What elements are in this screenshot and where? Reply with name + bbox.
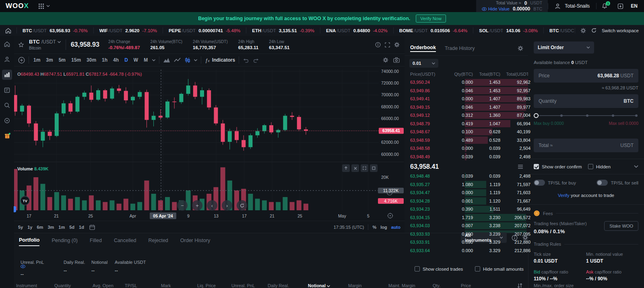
stake-woo-button[interactable]: Stake WOO: [604, 221, 638, 231]
pane-close-icon[interactable]: [351, 164, 359, 172]
woo-x-logo[interactable]: WOOX: [6, 2, 29, 10]
download-app-button[interactable]: [613, 3, 628, 9]
orderbook-row[interactable]: 63,948.480.0390.0392,498: [405, 172, 528, 180]
tpsl-sell-toggle[interactable]: [597, 180, 608, 186]
orderbook-row[interactable]: 63,949.120.3121.36087,004: [405, 111, 528, 120]
timeframe-30m[interactable]: 30m: [86, 57, 97, 63]
tab-rejected[interactable]: Rejected: [148, 238, 168, 246]
timeframe-W[interactable]: W: [133, 57, 139, 63]
scroll-right-button[interactable]: ›: [222, 200, 232, 211]
chart-preferences-gear-icon[interactable]: [383, 57, 388, 63]
timeframe-1m[interactable]: 1m: [33, 57, 41, 63]
switch-workspace-button[interactable]: Switch workspace: [602, 28, 639, 33]
notifications-button[interactable]: 1: [596, 3, 613, 9]
column-notional[interactable]: Notional: [308, 283, 330, 288]
range-5d[interactable]: 5d: [69, 225, 74, 230]
scroll-to-realtime-icon[interactable]: [386, 189, 393, 196]
verify-link[interactable]: Verify: [558, 193, 570, 198]
order-type-select[interactable]: Limit Order: [534, 41, 594, 54]
collapse-chevron-icon[interactable]: [634, 165, 638, 168]
more-timeframes-icon[interactable]: [152, 59, 155, 61]
orderbook-row[interactable]: 63,934.280.0011.12071,667: [405, 197, 528, 205]
info-icon[interactable]: [375, 42, 381, 48]
quantity-input[interactable]: Quantity BTC: [534, 94, 638, 108]
tab-trade-history[interactable]: Trade History: [445, 46, 475, 52]
tab-order-history[interactable]: Order History: [180, 238, 210, 246]
range-1m[interactable]: 1m: [58, 225, 65, 230]
timeframe-D[interactable]: D: [124, 57, 129, 63]
hide-value-toggle[interactable]: Hide Value: [482, 6, 510, 12]
range-3m[interactable]: 3m: [47, 225, 54, 230]
account-menu[interactable]: Total-Snails: [548, 3, 596, 9]
chart-clock[interactable]: 17:35:15 (UTC): [334, 225, 364, 230]
sidebar-item-orders[interactable]: [2, 85, 12, 95]
quantity-slider[interactable]: [534, 115, 638, 116]
timeframe-15m[interactable]: 15m: [70, 57, 82, 63]
chart-type-chevron-icon[interactable]: [194, 59, 197, 61]
pane-maximize-icon[interactable]: [361, 164, 368, 172]
pane-move-up-icon[interactable]: [342, 164, 350, 172]
orderbook-row[interactable]: 63,950.240.0001.45392,962: [405, 78, 528, 87]
sidebar-item-home[interactable]: [2, 39, 12, 49]
drawing-handle[interactable]: [14, 206, 16, 212]
candle-chart-icon[interactable]: [185, 57, 190, 63]
column-sort-icon[interactable]: [517, 283, 522, 288]
tab-portfolio[interactable]: Portfolio: [19, 237, 39, 246]
orderbook-row[interactable]: 63,934.030.0073.238207,072: [405, 222, 528, 230]
ticker-settings-icon[interactable]: [580, 28, 586, 33]
indicators-button[interactable]: ƒx Indicators: [205, 57, 235, 63]
range-5y[interactable]: 5y: [18, 225, 23, 230]
ticker-item[interactable]: WIF/USDT2.9620-7.10%: [93, 27, 163, 33]
sidebar-item-explore[interactable]: [2, 100, 12, 110]
orderbook-row[interactable]: 63,949.150.0461.40789,977: [405, 103, 528, 112]
price-input[interactable]: Price 63,968.28 USDT: [534, 69, 638, 83]
log-scale-button[interactable]: log: [380, 225, 387, 230]
sidebar-item-markets[interactable]: [2, 70, 12, 80]
range-6m[interactable]: 6m: [37, 225, 43, 230]
sidebar-item-rewards[interactable]: [2, 116, 12, 126]
tab-cancelled[interactable]: Cancelled: [114, 238, 136, 246]
ticker-item[interactable]: SOL/USDT143.06-3.08%: [473, 27, 543, 33]
orderbook-row[interactable]: 63,949.860.0461.45392,957: [405, 87, 528, 95]
undo-icon[interactable]: [243, 57, 249, 63]
scroll-left-button[interactable]: ‹: [207, 200, 217, 211]
go-to-date-icon[interactable]: [89, 224, 95, 230]
ticker-item[interactable]: ENA/USDT0.84800-4.02%: [320, 27, 393, 33]
slider-knob[interactable]: [534, 113, 539, 118]
orderbook-row[interactable]: 63,948.790.4191.04766,994: [405, 120, 528, 128]
sidebar-item-gift[interactable]: [2, 131, 12, 141]
expand-icon[interactable]: [385, 42, 390, 48]
ticker-item[interactable]: BTC/USDC63,944.10-0.77%: [543, 27, 575, 33]
percent-scale-button[interactable]: %: [372, 225, 376, 230]
timeframe-M[interactable]: M: [143, 57, 149, 63]
sidebar-item-profile[interactable]: [2, 54, 12, 64]
candlestick-chart[interactable]: 74000.0072000.0070000.0068000.0066000.00…: [14, 66, 405, 221]
hide-small-amounts-checkbox[interactable]: [475, 266, 480, 271]
area-chart-icon[interactable]: [163, 57, 170, 63]
timezone-target-icon[interactable]: [387, 213, 393, 219]
refresh-icon[interactable]: [591, 28, 597, 33]
total-input[interactable]: Total ≈ USDT: [534, 139, 638, 152]
chart-settings-icon[interactable]: [394, 42, 400, 48]
verify-now-button[interactable]: Verify Now: [416, 15, 446, 23]
zoom-out-button[interactable]: −: [177, 200, 188, 211]
pane-restore-icon[interactable]: [370, 164, 378, 172]
tab-orderbook[interactable]: Orderbook: [410, 45, 436, 52]
hidden-checkbox[interactable]: [588, 164, 593, 169]
orderbook-settings-icon[interactable]: [518, 46, 523, 51]
orderbook-row[interactable]: 63,934.470.0001.11971,603: [405, 189, 528, 197]
timeframe-1h[interactable]: 1h: [101, 57, 108, 63]
orderbook-row[interactable]: 63,948.590.4890.52833,804: [405, 136, 528, 145]
timeframe-5m[interactable]: 5m: [58, 57, 66, 63]
language-selector[interactable]: EN: [628, 3, 644, 9]
tpsl-buy-toggle[interactable]: [534, 180, 545, 186]
line-chart-icon[interactable]: [174, 58, 181, 62]
show-closed-trades-checkbox[interactable]: [415, 266, 420, 271]
orderbook-layout-icon[interactable]: [518, 164, 523, 169]
camera-icon[interactable]: [393, 57, 400, 63]
range-1y[interactable]: 1y: [27, 225, 32, 230]
timeframe-3m[interactable]: 3m: [45, 57, 54, 63]
symbol-selector[interactable]: BTC/USDT Bitcoin: [29, 39, 61, 50]
favorite-star-icon[interactable]: [18, 42, 24, 48]
tab-pending-0-[interactable]: Pending (0): [52, 238, 78, 246]
